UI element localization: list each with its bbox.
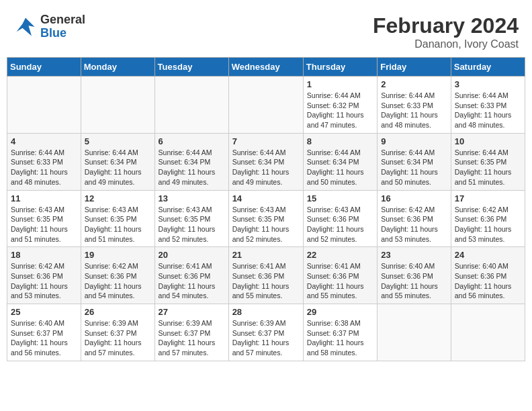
day-info: Sunrise: 6:44 AMSunset: 6:35 PMDaylight:… [455, 148, 521, 187]
day-info: Sunrise: 6:39 AMSunset: 6:37 PMDaylight:… [85, 318, 151, 358]
day-info: Sunrise: 6:42 AMSunset: 6:36 PMDaylight:… [381, 205, 447, 244]
day-number: 21 [232, 250, 300, 260]
day-number: 2 [381, 79, 447, 89]
calendar-cell: 1Sunrise: 6:44 AMSunset: 6:32 PMDaylight… [303, 77, 377, 134]
day-number: 17 [455, 193, 521, 203]
day-number: 13 [159, 193, 225, 203]
calendar-cell: 22Sunrise: 6:41 AMSunset: 6:36 PMDayligh… [303, 247, 377, 304]
title-block: February 2024 Dananon, Ivory Coast [373, 13, 519, 50]
day-number: 27 [159, 307, 225, 317]
location-subtitle: Dananon, Ivory Coast [373, 38, 519, 50]
day-header-tuesday: Tuesday [154, 58, 228, 77]
calendar-cell: 20Sunrise: 6:41 AMSunset: 6:36 PMDayligh… [154, 247, 228, 304]
day-info: Sunrise: 6:43 AMSunset: 6:36 PMDaylight:… [307, 205, 373, 244]
day-info: Sunrise: 6:44 AMSunset: 6:34 PMDaylight:… [381, 148, 447, 187]
day-number: 3 [455, 79, 521, 89]
calendar-cell [154, 77, 228, 134]
day-number: 19 [85, 250, 151, 260]
calendar-week-row: 11Sunrise: 6:43 AMSunset: 6:35 PMDayligh… [7, 190, 525, 247]
day-number: 11 [11, 193, 77, 203]
calendar-cell [451, 304, 525, 361]
logo-line1: General [40, 13, 85, 27]
calendar-week-row: 18Sunrise: 6:42 AMSunset: 6:36 PMDayligh… [7, 247, 525, 304]
calendar-week-row: 1Sunrise: 6:44 AMSunset: 6:32 PMDaylight… [7, 77, 525, 134]
day-number: 28 [232, 307, 300, 317]
day-info: Sunrise: 6:40 AMSunset: 6:36 PMDaylight:… [381, 261, 447, 301]
day-number: 16 [381, 193, 447, 203]
day-info: Sunrise: 6:44 AMSunset: 6:32 PMDaylight:… [307, 91, 373, 130]
day-number: 23 [381, 250, 447, 260]
calendar-cell: 10Sunrise: 6:44 AMSunset: 6:35 PMDayligh… [451, 133, 525, 190]
calendar-cell: 16Sunrise: 6:42 AMSunset: 6:36 PMDayligh… [378, 190, 451, 247]
day-info: Sunrise: 6:41 AMSunset: 6:36 PMDaylight:… [307, 261, 373, 301]
day-header-sunday: Sunday [7, 58, 81, 77]
day-info: Sunrise: 6:44 AMSunset: 6:33 PMDaylight:… [455, 91, 521, 130]
day-number: 25 [11, 307, 77, 317]
day-info: Sunrise: 6:42 AMSunset: 6:36 PMDaylight:… [455, 205, 521, 244]
day-info: Sunrise: 6:41 AMSunset: 6:36 PMDaylight:… [159, 261, 225, 301]
calendar-cell: 3Sunrise: 6:44 AMSunset: 6:33 PMDaylight… [451, 77, 525, 134]
day-info: Sunrise: 6:44 AMSunset: 6:34 PMDaylight:… [85, 148, 151, 187]
calendar-table: SundayMondayTuesdayWednesdayThursdayFrid… [7, 57, 525, 361]
page-header: General Blue February 2024 Dananon, Ivor… [7, 7, 525, 54]
day-number: 5 [85, 136, 151, 146]
calendar-cell: 24Sunrise: 6:40 AMSunset: 6:36 PMDayligh… [451, 247, 525, 304]
day-header-wednesday: Wednesday [228, 58, 303, 77]
day-number: 4 [11, 136, 77, 146]
svg-marker-0 [17, 17, 35, 36]
day-header-friday: Friday [378, 58, 451, 77]
calendar-cell: 5Sunrise: 6:44 AMSunset: 6:34 PMDaylight… [81, 133, 154, 190]
day-number: 14 [232, 193, 300, 203]
day-number: 20 [159, 250, 225, 260]
day-info: Sunrise: 6:44 AMSunset: 6:33 PMDaylight:… [11, 148, 77, 187]
day-number: 22 [307, 250, 373, 260]
calendar-cell: 9Sunrise: 6:44 AMSunset: 6:34 PMDaylight… [378, 133, 451, 190]
day-info: Sunrise: 6:42 AMSunset: 6:36 PMDaylight:… [85, 261, 151, 301]
calendar-week-row: 25Sunrise: 6:40 AMSunset: 6:37 PMDayligh… [7, 304, 525, 361]
day-info: Sunrise: 6:39 AMSunset: 6:37 PMDaylight:… [159, 318, 225, 358]
calendar-cell: 28Sunrise: 6:39 AMSunset: 6:37 PMDayligh… [228, 304, 303, 361]
day-info: Sunrise: 6:40 AMSunset: 6:37 PMDaylight:… [11, 318, 77, 358]
calendar-cell: 26Sunrise: 6:39 AMSunset: 6:37 PMDayligh… [81, 304, 154, 361]
day-number: 7 [232, 136, 300, 146]
day-number: 8 [307, 136, 373, 146]
day-info: Sunrise: 6:42 AMSunset: 6:36 PMDaylight:… [11, 261, 77, 301]
day-info: Sunrise: 6:39 AMSunset: 6:37 PMDaylight:… [232, 318, 300, 358]
day-header-thursday: Thursday [303, 58, 377, 77]
day-number: 12 [85, 193, 151, 203]
calendar-cell: 4Sunrise: 6:44 AMSunset: 6:33 PMDaylight… [7, 133, 81, 190]
calendar-cell: 17Sunrise: 6:42 AMSunset: 6:36 PMDayligh… [451, 190, 525, 247]
calendar-cell: 21Sunrise: 6:41 AMSunset: 6:36 PMDayligh… [228, 247, 303, 304]
calendar-header-row: SundayMondayTuesdayWednesdayThursdayFrid… [7, 58, 525, 77]
day-info: Sunrise: 6:41 AMSunset: 6:36 PMDaylight:… [232, 261, 300, 301]
day-number: 6 [159, 136, 225, 146]
day-number: 15 [307, 193, 373, 203]
day-info: Sunrise: 6:44 AMSunset: 6:34 PMDaylight:… [307, 148, 373, 187]
day-number: 18 [11, 250, 77, 260]
calendar-cell [7, 77, 81, 134]
calendar-cell: 11Sunrise: 6:43 AMSunset: 6:35 PMDayligh… [7, 190, 81, 247]
day-info: Sunrise: 6:44 AMSunset: 6:34 PMDaylight:… [159, 148, 225, 187]
day-info: Sunrise: 6:38 AMSunset: 6:37 PMDaylight:… [307, 318, 373, 358]
calendar-cell: 18Sunrise: 6:42 AMSunset: 6:36 PMDayligh… [7, 247, 81, 304]
calendar-cell: 13Sunrise: 6:43 AMSunset: 6:35 PMDayligh… [154, 190, 228, 247]
day-info: Sunrise: 6:40 AMSunset: 6:36 PMDaylight:… [455, 261, 521, 301]
logo: General Blue [13, 13, 85, 40]
day-info: Sunrise: 6:43 AMSunset: 6:35 PMDaylight:… [11, 205, 77, 244]
calendar-cell: 15Sunrise: 6:43 AMSunset: 6:36 PMDayligh… [303, 190, 377, 247]
calendar-cell: 7Sunrise: 6:44 AMSunset: 6:34 PMDaylight… [228, 133, 303, 190]
calendar-cell: 14Sunrise: 6:43 AMSunset: 6:35 PMDayligh… [228, 190, 303, 247]
day-info: Sunrise: 6:44 AMSunset: 6:34 PMDaylight:… [232, 148, 300, 187]
calendar-cell: 8Sunrise: 6:44 AMSunset: 6:34 PMDaylight… [303, 133, 377, 190]
logo-text: General Blue [40, 13, 85, 40]
calendar-cell: 2Sunrise: 6:44 AMSunset: 6:33 PMDaylight… [378, 77, 451, 134]
calendar-cell: 19Sunrise: 6:42 AMSunset: 6:36 PMDayligh… [81, 247, 154, 304]
logo-icon [13, 15, 38, 39]
calendar-cell: 6Sunrise: 6:44 AMSunset: 6:34 PMDaylight… [154, 133, 228, 190]
calendar-cell: 25Sunrise: 6:40 AMSunset: 6:37 PMDayligh… [7, 304, 81, 361]
day-info: Sunrise: 6:43 AMSunset: 6:35 PMDaylight:… [85, 205, 151, 244]
day-number: 29 [307, 307, 373, 317]
day-info: Sunrise: 6:43 AMSunset: 6:35 PMDaylight:… [159, 205, 225, 244]
day-number: 10 [455, 136, 521, 146]
day-number: 9 [381, 136, 447, 146]
